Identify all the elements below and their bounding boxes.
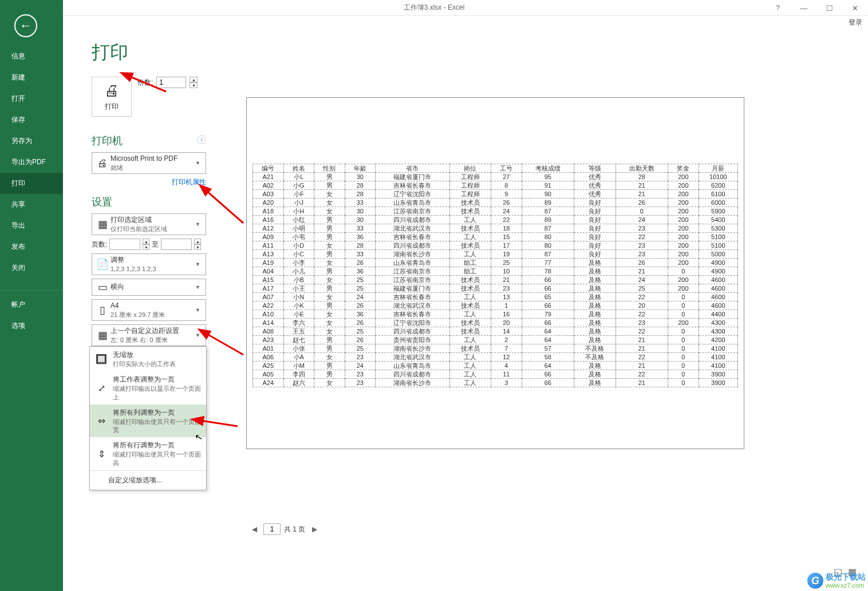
sidebar-bottom-item-1[interactable]: 选项 (0, 315, 63, 336)
backstage-sidebar: 信息新建打开保存另存为导出为PDF打印共享导出发布关闭 帐户选项 (0, 0, 63, 591)
collate-dropdown[interactable]: 📄 调整 1,2,3 1,2,3 1,2,3 ▼ (92, 253, 206, 275)
copies-up[interactable]: ▲ (190, 77, 198, 82)
print-preview: 编号姓名性别年龄省市岗位工号考核成绩等级出勤天数奖金月薪 A21小L男30福建省… (212, 29, 868, 591)
sidebar-item-5[interactable]: 导出为PDF (0, 152, 63, 173)
scaling-option-1[interactable]: ⤢将工作表调整为一页缩减打印输出以显示在一个页面上 (90, 371, 206, 404)
scaling-option-icon: ⤢ (94, 375, 108, 401)
table-row: A05李四男23四川省成都市工人1166及格2203900 (253, 370, 738, 379)
sidebar-item-3[interactable]: 保存 (0, 109, 63, 130)
chevron-down-icon: ▼ (195, 307, 202, 313)
chevron-down-icon: ▼ (195, 261, 202, 267)
margins-dropdown[interactable]: ▦ 上一个自定义边距设置 左: 0 厘米 右: 0 厘米 ▼ (92, 324, 206, 346)
sidebar-item-10[interactable]: 关闭 (0, 257, 63, 279)
scaling-option-2[interactable]: ⇔将所有列调整为一页缩减打印输出使其只有一个页面宽 (90, 404, 206, 438)
table-row: A11小D女28四川省成都市技术员1780良好232005100 (253, 241, 738, 250)
table-header-cell: 出勤天数 (616, 164, 668, 173)
page-from-input[interactable] (109, 239, 140, 250)
grid-icon: ▦ (96, 218, 109, 231)
titlebar: 工作簿3.xlsx - Excel ? — ☐ ✕ (0, 0, 868, 16)
sidebar-item-8[interactable]: 导出 (0, 215, 63, 236)
page-from-up[interactable]: ▲ (143, 239, 149, 244)
window-controls: — ☐ ✕ (791, 0, 868, 16)
page-to-label: 至 (152, 240, 159, 249)
table-header-cell: 姓名 (283, 164, 314, 173)
back-button[interactable]: ← (14, 14, 37, 37)
next-page-button[interactable]: ▶ (309, 523, 320, 535)
print-area-dropdown[interactable]: ▦ 打印选定区域 仅打印当前选定区域 ▼ (92, 213, 206, 235)
page-total-label: 共 1 页 (284, 525, 305, 534)
table-row: A01小张男25湖南省长沙市技术员757不及格2104100 (253, 344, 738, 353)
table-row: A17小王男25福建省厦门市技术员2366及格252004600 (253, 284, 738, 293)
copies-label: 份数: (137, 78, 153, 88)
page-navigation: ◀ 共 1 页 ▶ (246, 523, 851, 535)
main-area: 打印 🖨 打印 份数: ▲ ▼ 打印机 i 🖨 Microsoft Print (63, 29, 868, 591)
prev-page-button[interactable]: ◀ (248, 523, 260, 535)
table-row: A04小儿男36江苏省南京市助工1078及格2104900 (253, 267, 738, 276)
table-header-cell: 工号 (491, 164, 522, 173)
printer-dropdown[interactable]: 🖨 Microsoft Print to PDF 就绪 ▼ (92, 152, 206, 174)
scaling-popup: 🔲无缩放打印实际大小的工作表⤢将工作表调整为一页缩减打印输出以显示在一个页面上⇔… (89, 346, 207, 490)
table-row: A02小G男28吉林省长春市工程师891优秀212006200 (253, 181, 738, 190)
printer-icon: 🖨 (104, 82, 119, 100)
sidebar-item-7[interactable]: 共享 (0, 194, 63, 215)
sidebar-item-9[interactable]: 发布 (0, 236, 63, 257)
window-title: 工作簿3.xlsx - Excel (404, 3, 465, 13)
page-from-label: 页数: (92, 240, 107, 249)
table-row: A21小L男30福建省厦门市工程师2795优秀2820010100 (253, 173, 738, 181)
scaling-option-icon: ⇔ (94, 408, 108, 434)
collate-icon: 📄 (96, 258, 109, 271)
table-row: A13小C男33湖南省长沙市工人1987良好232005000 (253, 250, 738, 259)
chevron-down-icon: ▼ (195, 221, 202, 227)
table-row: A07小N女24吉林省长春市工人1365及格2204600 (253, 293, 738, 302)
sidebar-item-0[interactable]: 信息 (0, 46, 63, 67)
table-header-cell: 性别 (314, 164, 345, 173)
table-row: A03小F女28辽宁省沈阳市工程师990优秀212006100 (253, 190, 738, 199)
sidebar-item-2[interactable]: 打开 (0, 88, 63, 109)
info-icon[interactable]: i (197, 135, 206, 144)
printer-status-icon: 🖨 (96, 157, 109, 169)
print-button[interactable]: 🖨 打印 (92, 77, 132, 117)
copies-down[interactable]: ▼ (190, 82, 198, 88)
copies-input[interactable] (156, 77, 186, 88)
table-row: A23赵七男26贵州省贵阳市工人264及格2104200 (253, 336, 738, 344)
page-number-input[interactable] (263, 523, 281, 535)
page-title: 打印 (92, 40, 206, 65)
table-header-cell: 岗位 (449, 164, 491, 173)
sidebar-bottom-item-0[interactable]: 帐户 (0, 294, 63, 315)
scaling-option-3[interactable]: ⇕将所有行调整为一页缩减打印输出使其只有一个页面高 (90, 437, 206, 470)
page-to-down[interactable]: ▼ (194, 244, 201, 250)
page-to-up[interactable]: ▲ (194, 239, 201, 244)
table-row: A18小H女30江苏省南京市技术员2487良好02005900 (253, 207, 738, 216)
custom-scaling-item[interactable]: 自定义缩放选项... (90, 470, 206, 490)
table-row: A25小M男24山东省青岛市工人464及格2104100 (253, 362, 738, 370)
table-row: A22小K男26湖北省武汉市技术员166及格2004600 (253, 302, 738, 310)
landscape-icon: ▭ (96, 281, 109, 293)
sidebar-item-4[interactable]: 另存为 (0, 130, 63, 152)
orientation-dropdown[interactable]: ▭ 横向 ▼ (92, 279, 206, 296)
watermark: G 极光下载站 www.xz7.com (807, 573, 866, 589)
print-settings-column: 打印 🖨 打印 份数: ▲ ▼ 打印机 i 🖨 Microsoft Print (63, 29, 212, 591)
table-header-cell: 年龄 (345, 164, 376, 173)
scaling-option-icon: 🔲 (94, 350, 108, 368)
margins-icon: ▦ (96, 329, 109, 342)
printer-properties-link[interactable]: 打印机属性 (92, 177, 206, 187)
minimize-button[interactable]: — (791, 0, 816, 16)
help-button[interactable]: ? (765, 0, 791, 16)
watermark-logo-icon: G (807, 573, 823, 589)
table-header-cell: 等级 (574, 164, 616, 173)
sidebar-item-1[interactable]: 新建 (0, 67, 63, 88)
page-to-input[interactable] (161, 239, 192, 250)
table-header-cell: 考核成绩 (522, 164, 574, 173)
maximize-button[interactable]: ☐ (816, 0, 842, 16)
table-header-cell: 奖金 (668, 164, 699, 173)
chevron-down-icon: ▼ (195, 160, 202, 166)
page-from-down[interactable]: ▼ (143, 244, 149, 250)
paper-dropdown[interactable]: ▯ A4 21 厘米 x 29.7 厘米 ▼ (92, 299, 206, 321)
preview-page: 编号姓名性别年龄省市岗位工号考核成绩等级出勤天数奖金月薪 A21小L男30福建省… (246, 97, 744, 449)
scaling-option-0[interactable]: 🔲无缩放打印实际大小的工作表 (90, 347, 206, 371)
back-arrow-icon: ← (19, 18, 32, 33)
close-button[interactable]: ✕ (842, 0, 868, 16)
sidebar-item-6[interactable]: 打印 (0, 173, 63, 194)
login-link[interactable]: 登录 (0, 16, 868, 29)
table-row: A19小李女26山东省青岛市助工2577及格262004900 (253, 259, 738, 267)
